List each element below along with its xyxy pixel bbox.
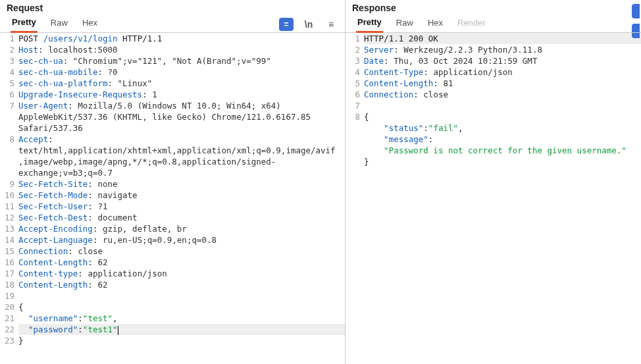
- menu-button[interactable]: ≡: [324, 18, 338, 31]
- split-container: Request Pretty Raw Hex = \n ≡ 1POST /use…: [0, 0, 641, 364]
- json-val-message: "Password is not correct for the given u…: [384, 145, 627, 155]
- tab-raw[interactable]: Raw: [49, 16, 69, 32]
- response-editor[interactable]: 1HTTP/1.1 200 OK 2Server: Werkzeug/2.2.3…: [346, 33, 641, 364]
- header-value: close: [423, 90, 448, 99]
- http-method: POST: [18, 34, 38, 43]
- body-open-brace: {: [18, 301, 345, 313]
- text-cursor-icon: [118, 326, 118, 335]
- header-value: navigate: [97, 190, 137, 200]
- tab-hex[interactable]: Hex: [426, 16, 444, 32]
- format-button[interactable]: =: [279, 18, 294, 31]
- header-value: 62: [97, 280, 107, 290]
- header-value: 1: [152, 90, 157, 99]
- body-open-brace: {: [364, 111, 641, 122]
- json-key-username: "username": [28, 313, 78, 323]
- json-val-status: "fail": [428, 123, 458, 133]
- request-tools: = \n ≡: [279, 18, 338, 31]
- header-value: Werkzeug/2.2.3 Python/3.11.8: [403, 45, 542, 55]
- header-value: document: [97, 213, 137, 222]
- request-tabbar: Pretty Raw Hex = \n ≡: [0, 14, 345, 33]
- request-panel: Request Pretty Raw Hex = \n ≡ 1POST /use…: [0, 0, 346, 364]
- header-value: ru,en-US;q=0.9,en;q=0.8: [103, 235, 217, 245]
- response-tabbar: Pretty Raw Hex Render: [346, 14, 641, 33]
- tab-pretty[interactable]: Pretty: [11, 16, 38, 33]
- header-value: localhost:5000: [48, 45, 117, 55]
- json-key-message: "message": [384, 134, 428, 144]
- json-key-password: "password": [28, 325, 78, 334]
- http-path: /users/v1/login: [43, 34, 118, 43]
- header-value: application/json: [88, 269, 167, 278]
- header-value: 62: [97, 257, 107, 267]
- newline-toggle-button[interactable]: \n: [301, 18, 316, 31]
- header-value: Thu, 03 Oct 2024 10:21:59 GMT: [394, 56, 537, 66]
- request-title: Request: [0, 0, 345, 14]
- header-value: application/json: [433, 67, 512, 77]
- header-value: gzip, deflate, br: [103, 224, 187, 234]
- header-value: 81: [443, 78, 453, 88]
- body-close-brace: }: [364, 156, 641, 167]
- header-value: ?1: [97, 201, 107, 211]
- header-value: "Chromium";v="121", "Not A(Brand";v="99": [73, 56, 271, 66]
- header-value: none: [97, 179, 117, 189]
- tab-raw[interactable]: Raw: [395, 16, 415, 32]
- header-value: ?0: [107, 67, 117, 77]
- http-version: HTTP/1.1: [122, 34, 162, 43]
- header-value: close: [78, 246, 103, 256]
- header-value: "Linux": [118, 78, 153, 88]
- tab-hex[interactable]: Hex: [81, 16, 99, 32]
- response-panel: Response Pretty Raw Hex Render 1HTTP/1.1…: [346, 0, 641, 364]
- request-editor[interactable]: 1POST /users/v1/login HTTP/1.1 2Host: lo…: [0, 33, 345, 364]
- tab-render[interactable]: Render: [456, 16, 487, 32]
- body-close-brace: }: [18, 335, 345, 346]
- json-key-status: "status": [384, 123, 423, 133]
- json-val-username: "test": [83, 313, 113, 323]
- status-line: HTTP/1.1 200 OK: [364, 34, 438, 43]
- tab-pretty[interactable]: Pretty: [356, 16, 383, 33]
- json-val-password: "test1": [83, 325, 118, 334]
- header-value: text/html,application/xhtml+xml,applicat…: [18, 145, 336, 178]
- response-title: Response: [346, 0, 641, 14]
